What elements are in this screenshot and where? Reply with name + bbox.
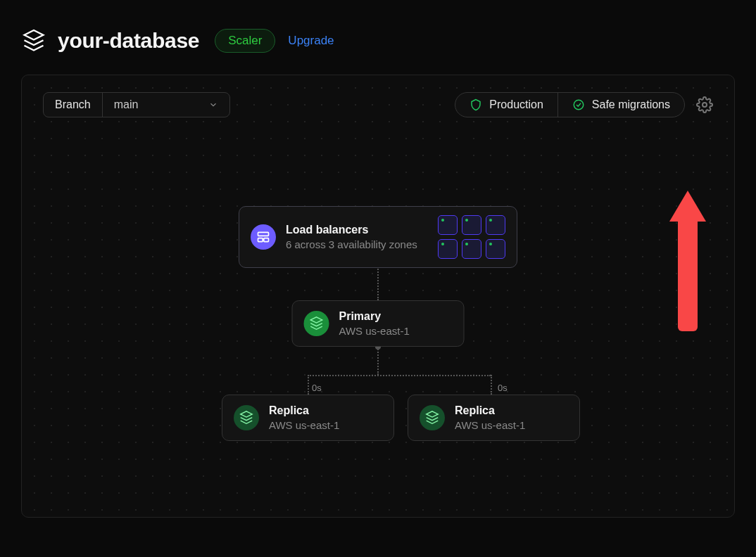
database-name: your-database xyxy=(58,29,199,53)
node-subtitle: AWS us-east-1 xyxy=(269,418,339,433)
arrow-shaft xyxy=(678,222,698,331)
replica-latency: 0s xyxy=(312,383,322,393)
primary-node[interactable]: Primary AWS us-east-1 xyxy=(292,300,465,347)
settings-button[interactable] xyxy=(696,96,713,113)
connector-line xyxy=(308,375,491,376)
panel-controls: Branch main Production Safe migrat xyxy=(22,75,734,134)
database-icon xyxy=(420,405,445,430)
status-pills: Production Safe migrations xyxy=(455,92,685,117)
annotation-arrow xyxy=(669,191,706,331)
replica-node[interactable]: Replica AWS us-east-1 xyxy=(222,395,394,441)
load-balancer-node[interactable]: Load balancers 6 across 3 availability z… xyxy=(239,206,517,268)
node-title: Replica xyxy=(269,404,339,418)
lb-instances xyxy=(438,215,505,259)
database-logo-icon xyxy=(21,28,46,53)
lb-instance-icon xyxy=(462,215,481,235)
connector-line xyxy=(377,347,379,375)
connector-line xyxy=(308,375,309,395)
plan-badge: Scaler xyxy=(215,29,275,53)
check-circle-icon xyxy=(572,98,585,111)
lb-instance-icon xyxy=(438,215,458,235)
page-header: your-database Scaler Upgrade xyxy=(0,0,756,75)
lb-instance-icon xyxy=(462,239,481,259)
architecture-panel: Branch main Production Safe migrat xyxy=(21,75,735,518)
node-title: Load balancers xyxy=(286,223,417,238)
right-controls: Production Safe migrations xyxy=(455,92,713,117)
branch-dropdown[interactable]: main xyxy=(103,93,229,117)
safe-migrations-pill[interactable]: Safe migrations xyxy=(557,93,684,117)
svg-point-1 xyxy=(703,103,707,107)
node-text: Load balancers 6 across 3 availability z… xyxy=(286,223,417,251)
gear-icon xyxy=(696,96,713,113)
chevron-down-icon xyxy=(208,100,218,110)
svg-rect-4 xyxy=(264,238,269,242)
production-pill[interactable]: Production xyxy=(455,93,557,117)
replica-latency: 0s xyxy=(498,383,508,393)
lb-instance-icon xyxy=(486,239,505,259)
branch-selector: Branch main xyxy=(43,92,230,117)
connector-line xyxy=(491,375,492,395)
node-text: Replica AWS us-east-1 xyxy=(455,404,525,432)
node-title: Replica xyxy=(455,404,525,418)
topology-diagram: 0s 0s Load balancers 6 across 3 availabi… xyxy=(22,132,734,517)
node-title: Primary xyxy=(339,309,410,324)
load-balancer-icon xyxy=(251,224,276,250)
safe-migrations-label: Safe migrations xyxy=(592,98,670,111)
node-subtitle: 6 across 3 availability zones xyxy=(286,238,417,252)
node-text: Replica AWS us-east-1 xyxy=(269,404,339,432)
lb-instance-icon xyxy=(438,239,458,259)
svg-rect-3 xyxy=(258,238,263,242)
replica-node[interactable]: Replica AWS us-east-1 xyxy=(408,395,580,441)
node-text: Primary AWS us-east-1 xyxy=(339,309,410,338)
branch-label: Branch xyxy=(44,93,103,117)
upgrade-link[interactable]: Upgrade xyxy=(288,34,334,48)
database-icon xyxy=(234,405,259,430)
node-subtitle: AWS us-east-1 xyxy=(339,324,410,338)
shield-icon xyxy=(470,98,482,111)
production-label: Production xyxy=(489,98,543,111)
svg-point-0 xyxy=(574,100,584,110)
svg-rect-2 xyxy=(258,232,269,236)
database-icon xyxy=(304,311,329,336)
node-subtitle: AWS us-east-1 xyxy=(455,418,525,433)
arrow-head-icon xyxy=(669,191,706,222)
branch-selected-value: main xyxy=(114,98,139,111)
lb-instance-icon xyxy=(486,215,505,235)
